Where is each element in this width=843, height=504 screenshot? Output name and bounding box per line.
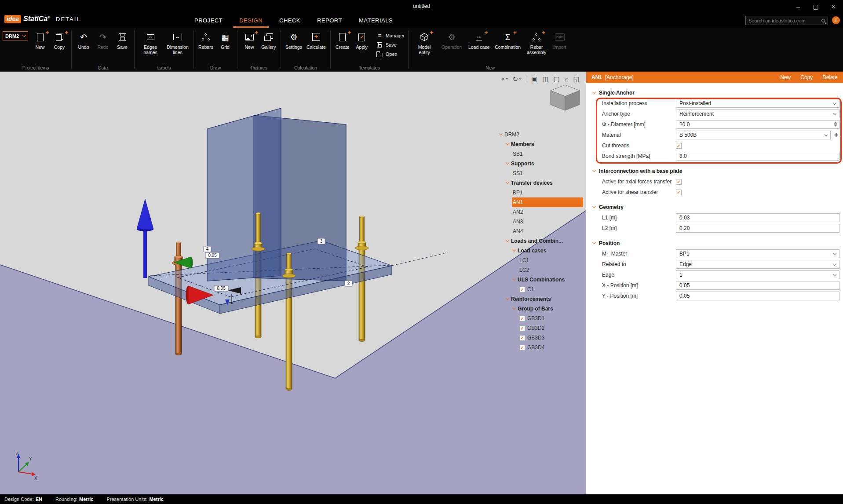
diameter-mm-input[interactable]: 20.0 [676, 120, 839, 129]
tree-item-ss1[interactable]: SS1 [496, 168, 583, 178]
bond-strength-mpa-input[interactable]: 8.0 [676, 152, 839, 161]
section-header-position[interactable]: Position [586, 238, 843, 248]
ribbon-button-calculate[interactable]: +Calculate [306, 30, 327, 50]
tree-item-an1[interactable]: AN1 [496, 197, 583, 207]
tree-item-group-of-bars[interactable]: Group of Bars [496, 304, 583, 314]
close-button[interactable]: × [825, 0, 842, 13]
column-plates[interactable] [207, 108, 346, 281]
viewport-3d[interactable]: 4 0.05 0.05 3 2 [0, 72, 586, 494]
checkbox-checked-icon[interactable]: ✓ [519, 335, 525, 341]
chevron-down-icon[interactable] [506, 180, 509, 184]
maximize-button[interactable]: ▢ [807, 0, 825, 13]
tree-item-an4[interactable]: AN4 [496, 226, 583, 236]
shaded-view-icon[interactable]: ◫ [542, 76, 548, 82]
ribbon-button-open[interactable]: Open [376, 50, 405, 58]
ribbon-button-rebar-assembly[interactable]: +Rebar assembly [524, 30, 549, 55]
tree-item-lc2[interactable]: LC2 [496, 265, 583, 275]
checkbox-checked-icon[interactable]: ✓ [519, 345, 525, 351]
account-icon[interactable]: i [832, 16, 840, 24]
orbit-tool-button[interactable]: ↻ [513, 76, 522, 82]
tree-item-gb3d4[interactable]: ✓GB3D4 [496, 343, 583, 352]
tree-item-gb3d3[interactable]: ✓GB3D3 [496, 333, 583, 343]
chevron-down-icon[interactable] [506, 296, 509, 300]
zoom-fit-icon[interactable]: ◱ [573, 76, 580, 82]
chevron-down-icon[interactable] [512, 306, 516, 310]
project-item-selector[interactable]: DRM2 [3, 31, 28, 40]
tree-item-members[interactable]: Members [496, 139, 583, 149]
ribbon-button-combination[interactable]: Σ+Combination [494, 30, 522, 50]
ribbon-button-grid[interactable]: ▦Grid [217, 30, 234, 50]
minimize-button[interactable]: – [789, 0, 807, 13]
installation-process-dropdown[interactable]: Post-installed [676, 99, 839, 108]
search-box[interactable] [745, 16, 828, 25]
ribbon-button-undo[interactable]: ↶Undo [75, 30, 92, 50]
section-header-geometry[interactable]: Geometry [586, 202, 843, 212]
search-input[interactable] [748, 18, 819, 23]
checkbox-checked-icon[interactable]: ✓ [519, 287, 525, 292]
section-header-single-anchor[interactable]: Single Anchor [586, 88, 843, 98]
ribbon-button-edges-names[interactable]: AEdges names [138, 30, 163, 55]
tab-report[interactable]: REPORT [311, 13, 348, 28]
ribbon-button-load-case[interactable]: ↓↓↓+Load case [467, 30, 491, 50]
ribbon-button-model-entity[interactable]: +Model entity [412, 30, 437, 55]
tab-check[interactable]: CHECK [273, 13, 307, 28]
ribbon-button-create[interactable]: +Create [334, 30, 351, 50]
section-tool-button[interactable]: ⌖ [501, 76, 507, 82]
ribbon-button-apply[interactable]: ✓Apply [354, 30, 370, 50]
tree-item-bp1[interactable]: BP1 [496, 188, 583, 197]
ribbon-button-save[interactable]: Save [376, 41, 405, 48]
tree-item-transfer-devices[interactable]: Transfer devices [496, 178, 583, 188]
tree-item-an2[interactable]: AN2 [496, 207, 583, 217]
ribbon-button-gallery[interactable]: Gallery [260, 30, 277, 50]
tab-project[interactable]: PROJECT [188, 13, 229, 28]
l2-m-input[interactable]: 0.20 [676, 224, 839, 233]
tree-item-drm2[interactable]: DRM2 [496, 130, 583, 139]
tree-item-an3[interactable]: AN3 [496, 217, 583, 226]
tree-item-lc1[interactable]: LC1 [496, 256, 583, 265]
tree-item-reinforcements[interactable]: Reinforcements [496, 294, 583, 304]
material-dropdown[interactable]: B 500B [676, 131, 831, 139]
ribbon-button-new[interactable]: +New [32, 30, 48, 50]
related-to-dropdown[interactable]: Edge [676, 260, 839, 269]
m-master-dropdown[interactable]: BP1 [676, 249, 839, 258]
ribbon-button-copy[interactable]: +Copy [51, 30, 68, 50]
copy-anchor-button[interactable]: Copy [800, 74, 813, 80]
chevron-down-icon[interactable] [512, 248, 516, 252]
l1-m-input[interactable]: 0.03 [676, 213, 839, 222]
ribbon-button-settings[interactable]: ⚙Settings [285, 30, 303, 50]
active-for-shear-transfer-checkbox[interactable]: ✓ [676, 190, 682, 195]
ribbon-button-save[interactable]: Save [114, 30, 131, 50]
checkbox-checked-icon[interactable]: ✓ [519, 325, 525, 331]
cut-threads-checkbox[interactable]: ✓ [676, 143, 682, 149]
chevron-down-icon[interactable] [506, 238, 509, 242]
active-for-axial-forces-transfer-checkbox[interactable]: ✓ [676, 179, 682, 185]
anchor-type-dropdown[interactable]: Reinforcement [676, 110, 839, 118]
y-position-m-input[interactable]: 0.05 [676, 292, 839, 300]
tree-item-sb1[interactable]: SB1 [496, 149, 583, 159]
chevron-down-icon[interactable] [512, 277, 516, 281]
new-anchor-button[interactable]: New [780, 74, 791, 80]
tree-item-c1[interactable]: ✓C1 [496, 285, 583, 294]
tab-materials[interactable]: MATERIALS [353, 13, 399, 28]
edge-dropdown[interactable]: 1 [676, 270, 839, 279]
x-position-m-input[interactable]: 0.05 [676, 281, 839, 290]
delete-anchor-button[interactable]: Delete [822, 74, 838, 80]
tree-item-gb3d2[interactable]: ✓GB3D2 [496, 323, 583, 333]
spinner-arrows-icon[interactable] [834, 121, 837, 127]
navigation-cube[interactable] [551, 85, 580, 110]
checkbox-checked-icon[interactable]: ✓ [519, 316, 525, 321]
tab-design[interactable]: DESIGN [233, 13, 269, 28]
ribbon-button-new[interactable]: +New [241, 30, 258, 50]
solid-view-icon[interactable]: ▣ [531, 76, 537, 82]
tree-item-gb3d1[interactable]: ✓GB3D1 [496, 314, 583, 323]
ribbon-button-dimension-lines[interactable]: ↔Dimension lines [165, 30, 190, 55]
section-header-interconnection-with-a-base-plate[interactable]: Interconnection with a base plate [586, 166, 843, 176]
chevron-down-icon[interactable] [506, 161, 509, 164]
add-material-button[interactable]: + [833, 131, 839, 139]
ribbon-button-rebars[interactable]: Rebars [197, 30, 214, 50]
chevron-down-icon[interactable] [506, 142, 509, 145]
tree-item-uls-combinations[interactable]: ULS Combinations [496, 275, 583, 285]
wireframe-view-icon[interactable]: ▢ [554, 76, 560, 82]
tree-item-load-cases[interactable]: Load cases [496, 246, 583, 256]
ribbon-button-manager[interactable]: ≡Manager [376, 32, 405, 39]
